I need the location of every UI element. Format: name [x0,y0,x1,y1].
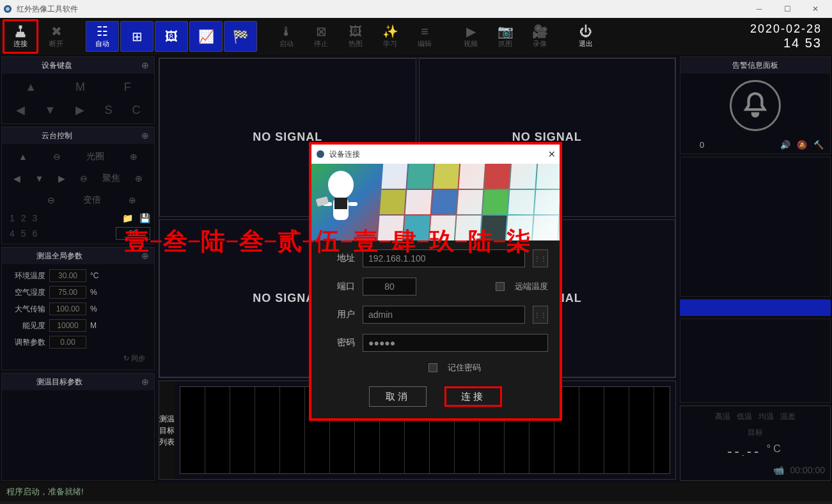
remote-temp-checkbox[interactable] [496,282,505,291]
exit-button[interactable]: ⏻退出 [569,21,602,52]
connect-button[interactable]: 连接 [3,19,38,54]
temp-columns: 高温 低温 均温 温差 [686,411,825,422]
connect-dialog-button[interactable]: 连接 [444,386,502,407]
edit-button[interactable]: ≡编辑 [408,21,441,52]
global-params-panel: 测温全局参数⊕ 环境温度30.00°C 空气湿度75.00% 大气传输100.0… [1,247,155,370]
hammer-icon[interactable]: 🔨 [813,140,824,150]
up-icon[interactable]: ▲ [25,81,36,94]
target-list-header: 测温目标列表 [159,381,175,479]
minimize-button[interactable]: ─ [745,0,773,18]
keypad-panel: 设备键盘⊕ ▲MF ◀▼▶SC [1,56,155,124]
atm-input[interactable]: 100.00 [49,303,86,315]
cancel-button[interactable]: 取消 [369,386,427,407]
window-title: 红外热像工具软件 [17,4,78,15]
play-icon: ▶ [466,25,476,38]
dialog-title: 设备连接 [329,149,360,160]
image-button[interactable]: 🖼 [155,21,188,52]
video-button[interactable]: ▶视频 [454,21,487,52]
videocam-icon: 🎥 [532,25,548,38]
auto-button[interactable]: ☷自动 [86,21,119,52]
blank-panel [680,157,831,297]
calc-button[interactable]: ⊞ [120,21,153,52]
humidity-input[interactable]: 75.00 [49,286,86,299]
list-icon: ☷ [97,25,108,38]
time-text: 14 53 [750,36,822,51]
blank-panel-2 [680,319,831,403]
expand-icon[interactable]: ⊕ [141,60,149,70]
app-icon [3,4,13,14]
alarm-title: 告警信息面板 [732,60,778,71]
clock: 2020-02-28 14 53 [750,22,829,51]
thermometer-icon: 🌡 [280,25,293,38]
capture-button[interactable]: 📷抓图 [489,21,522,52]
env-temp-input[interactable]: 30.00 [49,269,86,282]
disconnect-button[interactable]: ✖断开 [40,21,73,52]
camera-icon: 📷 [498,25,514,38]
address-dropdown[interactable]: ⋮⋮ [533,249,548,267]
stop-button[interactable]: ⊠停止 [304,21,338,52]
status-bar: 程序启动，准备就绪! [0,482,832,501]
user-input[interactable]: admin [363,306,525,324]
target-params-panel: 测温目标参数⊕ [1,373,155,481]
start-button[interactable]: 🌡启动 [270,21,303,52]
record-button[interactable]: 🎥录像 [523,21,556,52]
maximize-button[interactable]: ☐ [773,0,801,18]
svg-rect-5 [334,198,347,209]
alarm-count: 0 [700,140,704,150]
visibility-input[interactable]: 10000 [49,319,86,332]
titlebar: 红外热像工具软件 ─ ☐ ✕ [0,0,832,18]
svg-point-1 [6,7,10,11]
left-icon[interactable]: ◀ [16,103,25,117]
selected-bar[interactable] [680,299,831,316]
right-icon[interactable]: ▶ [75,103,84,117]
flag-button[interactable]: 🏁 [224,21,257,52]
save-icon[interactable]: 💾 [139,213,150,223]
remember-checkbox[interactable] [428,363,437,372]
target-params-title: 测温目标参数 [36,377,82,388]
temp-value: --.-- °C [686,443,825,460]
ptz-title: 云台控制 [42,130,72,141]
svg-point-2 [317,150,324,158]
stop-icon: ⊠ [316,25,327,38]
sync-button[interactable]: ↻ 同步 [6,351,150,366]
heatmap-button[interactable]: 🖼热图 [339,21,372,52]
global-title: 测温全局参数 [36,251,82,262]
sound-icon[interactable]: 🔊 [780,140,790,150]
network-icon [13,25,27,38]
picture-icon: 🖼 [349,25,362,38]
alarm-panel: 告警信息面板 0 🔊 🔕 🔨 [680,56,831,154]
down-icon[interactable]: ▼ [45,104,56,117]
date-text: 2020-02-28 [750,22,822,36]
keypad-title: 设备键盘 [42,60,72,71]
expand-icon[interactable]: ⊕ [141,130,149,141]
mute-icon[interactable]: 🔕 [797,140,807,150]
sliders-icon: ≡ [421,25,428,38]
bell-icon [730,80,781,131]
power-icon: ⏻ [579,25,592,38]
wand-icon: ✨ [382,25,398,38]
left-column: 设备键盘⊕ ▲MF ◀▼▶SC 云台控制⊕ ▲⊖光圈⊕ ◀▼▶⊖聚焦⊕ ⊖变倍⊕… [0,55,156,482]
flag-icon: 🏁 [233,30,249,43]
port-input[interactable]: 80 [363,278,416,295]
folder-icon[interactable]: 📁 [122,213,133,223]
learn-button[interactable]: ✨学习 [373,21,407,52]
status-text: 程序启动，准备就绪! [6,486,84,498]
x-icon: ✖ [51,25,62,38]
right-column: 告警信息面板 0 🔊 🔕 🔨 高温 低温 均温 温差 目标 --. [679,55,832,482]
close-button[interactable]: ✕ [801,0,829,18]
rec-time: 00:00:00 [790,465,826,475]
main-toolbar: 连接 ✖断开 ☷自动 ⊞ 🖼 📈 🏁 🌡启动 ⊠停止 🖼热图 ✨学习 ≡编辑 ▶… [0,18,832,55]
adjust-input[interactable]: 0.00 [49,336,86,349]
dialog-close-button[interactable]: ✕ [548,149,556,159]
grid-icon: ⊞ [132,30,143,43]
chart-icon: 📈 [198,30,214,43]
user-dropdown[interactable]: ⋮⋮ [533,306,548,324]
chart-button[interactable]: 📈 [189,21,223,52]
watermark-text: 壹−叁−陆−叁−贰−伍−壹−肆−玖−陆−柒 [125,225,531,258]
camera-icon[interactable]: 📹 [773,465,784,475]
temp-panel: 高温 低温 均温 温差 目标 --.-- °C 📹00:00:00 [680,406,831,481]
password-input[interactable]: ●●●●● [363,334,548,352]
connect-dialog: 设备连接 ✕ 地址192.168.1.100⋮⋮ 端口80远端温度 用户admi… [309,142,562,421]
svg-point-3 [328,171,354,199]
expand-icon[interactable]: ⊕ [141,377,149,387]
